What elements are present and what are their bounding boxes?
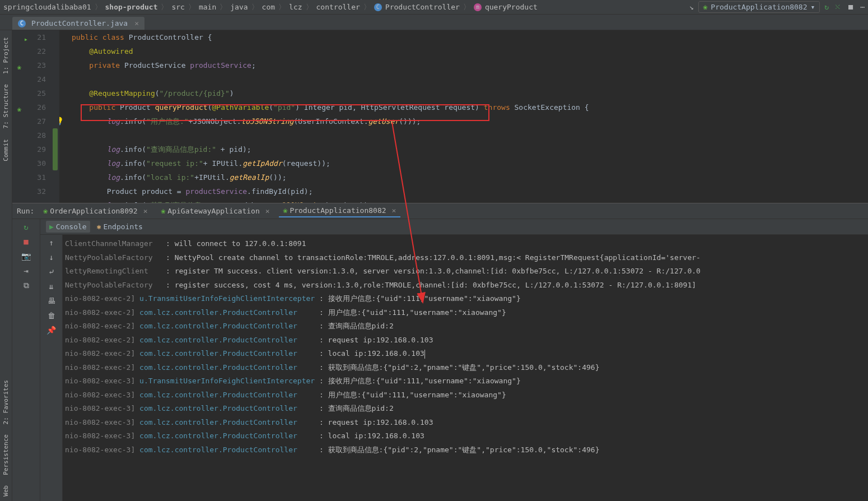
bc-4[interactable]: java <box>230 3 248 11</box>
run-sub-header: ▶Console ✱Endpoints <box>40 219 868 235</box>
close-icon[interactable]: × <box>143 207 148 215</box>
layout-icon[interactable]: ⧉ <box>24 281 29 290</box>
run-body: ↻ ■ 📷 ⇥ ⧉ ▶Console ✱Endpoints <box>12 219 868 501</box>
vcs-gutter <box>52 30 59 203</box>
bc-6[interactable]: lcz <box>289 3 302 11</box>
console-line: nio-8082-exec-3] com.lcz.controller.Prod… <box>65 388 868 402</box>
line-number: ❀26 <box>12 100 46 114</box>
line-number: 31 <box>12 170 46 184</box>
spring-icon: ❀ <box>283 206 288 215</box>
close-icon[interactable]: × <box>265 207 270 215</box>
console-line: ClientChannelManager : will connect to 1… <box>65 237 868 251</box>
tab-structure[interactable]: 7: Structure <box>1 80 11 133</box>
spring-icon: ❀ <box>703 3 708 11</box>
console-output[interactable]: ClientChannelManager : will connect to 1… <box>63 235 868 501</box>
bc-5[interactable]: com <box>262 3 275 11</box>
close-icon[interactable]: × <box>392 206 396 215</box>
console-line: nio-8082-exec-2] com.lcz.controller.Prod… <box>65 347 868 361</box>
play-icon: ▶ <box>49 222 54 231</box>
console-line: lettyRemotingClient : register TM succes… <box>65 265 868 279</box>
console-line: nio-8082-exec-2] com.lcz.controller.Prod… <box>65 361 868 375</box>
bc-0[interactable]: springcloudalibaba01 <box>3 3 91 11</box>
console-line: nio-8082-exec-3] com.lcz.controller.Prod… <box>65 429 868 443</box>
tab-web[interactable]: Web <box>1 481 11 501</box>
console-line: NettyPoolableFactory : register success,… <box>65 279 868 293</box>
tab-favorites[interactable]: 2: Favorites <box>1 375 11 429</box>
console-line: nio-8082-exec-3] com.lcz.controller.Prod… <box>65 402 868 416</box>
code-area[interactable]: public class ProductController { @Autowi… <box>59 30 868 203</box>
run-tab-product[interactable]: ❀ProductApplication8082× <box>279 205 401 217</box>
run-tool-column-left: ↻ ■ 📷 ⇥ ⧉ <box>12 219 40 501</box>
line-number: 33 <box>12 198 46 203</box>
toolbar-right: ↘ ❀ ProductApplication8082 ▾ ↻ ⛌ ⏹ ⋯ <box>689 1 865 13</box>
run-label: Run: <box>17 207 34 215</box>
exit-icon[interactable]: ⇥ <box>24 266 28 275</box>
scroll-icon[interactable]: ⇊ <box>49 282 53 291</box>
bc-8[interactable]: ProductController <box>385 3 460 11</box>
line-number: 30 <box>12 156 46 170</box>
console-line: nio-8082-exec-3] com.lcz.controller.Prod… <box>65 416 868 430</box>
file-tab-label: ProductController.java <box>31 19 128 27</box>
console-line: nio-8082-exec-3] com.lcz.controller.Prod… <box>65 443 868 457</box>
chevron-icon: 〉 <box>306 2 313 12</box>
chevron-icon: 〉 <box>363 2 371 12</box>
more-icon[interactable]: ⋯ <box>860 3 865 11</box>
run-config-name: ProductApplication8082 <box>711 3 807 11</box>
line-number: 💡27 <box>12 114 46 128</box>
tab-persistence[interactable]: Persistence <box>1 430 11 480</box>
method-icon: m <box>474 3 482 11</box>
bc-3[interactable]: main <box>199 3 216 11</box>
chevron-icon: 〉 <box>220 2 227 12</box>
endpoints-tab[interactable]: ✱Endpoints <box>97 222 143 231</box>
chevron-icon: 〉 <box>251 2 259 12</box>
run-header: Run: ❀OrderApplication8092× ❀ApiGatewayA… <box>12 203 868 219</box>
print-icon[interactable]: 🖶 <box>48 296 55 305</box>
build-icon[interactable]: ↘ <box>689 3 694 11</box>
debug-icon[interactable]: ⛌ <box>834 3 842 11</box>
console-line: nio-8082-exec-2] com.lcz.controller.Prod… <box>65 333 868 347</box>
restart-icon[interactable]: ↻ <box>824 3 829 11</box>
console-line: nio-8082-exec-2] com.lcz.controller.Prod… <box>65 319 868 333</box>
spring-icon: ❀ <box>43 207 48 215</box>
rerun-icon[interactable]: ↻ <box>24 222 28 231</box>
console-line: nio-8082-exec-2] u.TransmitUserInfoFeigh… <box>65 292 868 306</box>
camera-icon[interactable]: 📷 <box>21 252 31 261</box>
toolbar-icons: ↻ ⛌ ⏹ ⋯ <box>824 3 865 11</box>
line-number: 25 <box>12 86 46 100</box>
code-editor[interactable]: ▸21 22 ❀23 24 25 ❀26 💡27 28 29 30 31 32 … <box>12 30 868 203</box>
run-tab-gateway[interactable]: ❀ApiGatewayApplication× <box>157 205 274 217</box>
bc-9[interactable]: queryProduct <box>485 3 538 11</box>
top-bar: springcloudalibaba01〉 shop-product〉 src〉… <box>0 0 868 15</box>
tab-project[interactable]: 1: Project <box>1 33 11 78</box>
line-number: ▸21 <box>12 30 46 44</box>
bc-7[interactable]: controller <box>316 3 360 11</box>
run-config-selector[interactable]: ❀ ProductApplication8082 ▾ <box>698 1 820 13</box>
line-number: 22 <box>12 44 46 58</box>
stop-icon[interactable]: ⏹ <box>847 3 855 11</box>
tab-commit[interactable]: Commit <box>1 134 11 166</box>
bc-2[interactable]: src <box>171 3 184 11</box>
line-number: ❀23 <box>12 58 46 72</box>
console-line: nio-8082-exec-2] com.lcz.controller.Prod… <box>65 306 868 320</box>
file-tab[interactable]: C ProductController.java × <box>12 17 144 30</box>
run-tab-order[interactable]: ❀OrderApplication8092× <box>39 205 152 217</box>
console-tab[interactable]: ▶Console <box>46 221 90 233</box>
breadcrumb[interactable]: springcloudalibaba01〉 shop-product〉 src〉… <box>3 2 689 12</box>
wrap-icon[interactable]: ⤶ <box>48 267 55 276</box>
stop-icon[interactable]: ■ <box>24 237 28 246</box>
chevron-icon: 〉 <box>463 2 470 12</box>
chevron-icon: 〉 <box>95 2 102 12</box>
pin-icon[interactable]: 📌 <box>46 326 56 335</box>
down-icon[interactable]: ↓ <box>49 253 53 262</box>
main: 1: Project 7: Structure Commit 2: Favori… <box>0 30 868 501</box>
up-icon[interactable]: ↑ <box>49 238 53 247</box>
bc-1[interactable]: shop-product <box>105 3 158 11</box>
line-number: 28 <box>12 128 46 142</box>
console-line: nio-8082-exec-3] u.TransmitUserInfoFeigh… <box>65 374 868 388</box>
chevron-icon: 〉 <box>188 2 195 12</box>
clear-icon[interactable]: 🗑 <box>48 311 55 320</box>
vcs-added-mark[interactable] <box>53 128 58 170</box>
chevron-icon: 〉 <box>278 2 286 12</box>
chevron-down-icon: ▾ <box>811 3 815 11</box>
close-icon[interactable]: × <box>134 19 139 27</box>
